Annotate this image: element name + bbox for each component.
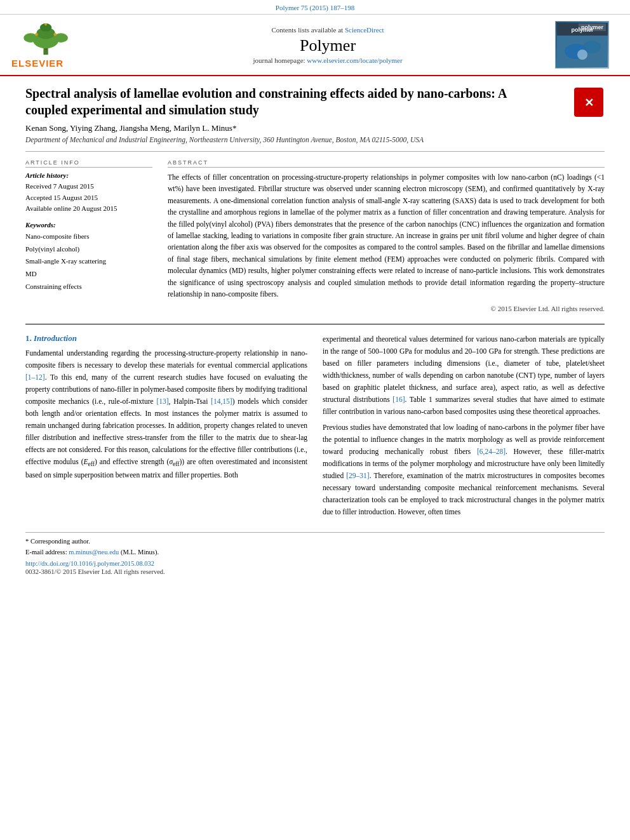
- article-title-section: Spectral analysis of lamellae evolution …: [25, 85, 605, 118]
- elsevier-logo-area: ELSEVIER: [11, 22, 100, 69]
- article-body: Spectral analysis of lamellae evolution …: [0, 76, 630, 588]
- ref-13[interactable]: [13]: [156, 397, 168, 405]
- issn-line: 0032-3861/© 2015 Elsevier Ltd. All right…: [25, 568, 605, 575]
- info-abstract-section: Article Info Article history: Received 7…: [25, 159, 605, 312]
- keywords-label: Keywords:: [25, 221, 152, 229]
- journal-cover-image: polymer polymer: [555, 21, 609, 69]
- abstract-label: Abstract: [168, 159, 605, 168]
- doi-link[interactable]: http://dx.doi.org/10.1016/j.polymer.2015…: [25, 560, 154, 567]
- svg-point-16: [577, 50, 587, 60]
- corresponding-author-note: * Corresponding author.: [25, 537, 605, 547]
- article-info-col: Article Info Article history: Received 7…: [25, 159, 152, 312]
- introduction-right-col: experimental and theoretical values dete…: [323, 333, 605, 522]
- svg-text:✕: ✕: [584, 97, 594, 109]
- ref-14-15[interactable]: [14,15]: [211, 397, 232, 405]
- ref-1-12[interactable]: [1–12]: [25, 373, 45, 381]
- crossmark-icon: ✕: [574, 88, 603, 117]
- sciencedirect-line: Contents lists available at ScienceDirec…: [107, 26, 549, 34]
- copyright-line: © 2015 Elsevier Ltd. All rights reserved…: [168, 305, 605, 312]
- svg-point-7: [35, 32, 38, 36]
- intro-paragraph-3: Previous studies have demonstrated that …: [323, 422, 605, 518]
- keyword-4: MD: [25, 268, 152, 281]
- journal-cover-area: polymer polymer: [555, 21, 619, 69]
- keywords-list: Nano-composite fibers Poly(vinyl alcohol…: [25, 230, 152, 293]
- doi-line: http://dx.doi.org/10.1016/j.polymer.2015…: [25, 560, 605, 567]
- homepage-link[interactable]: www.elsevier.com/locate/polymer: [307, 57, 402, 64]
- keyword-5: Constraining effects: [25, 281, 152, 293]
- svg-point-8: [53, 32, 57, 36]
- article-history-block: Article history: Received 7 August 2015 …: [25, 171, 152, 215]
- journal-header: ELSEVIER Contents lists available at Sci…: [0, 15, 630, 76]
- intro-heading: 1. Introduction: [25, 333, 307, 343]
- introduction-left-col: 1. Introduction Fundamental understandin…: [25, 333, 307, 522]
- divider-1: [25, 151, 605, 152]
- email-label: E-mail address:: [25, 549, 67, 556]
- intro-heading-text: 1. Introduction: [25, 333, 77, 343]
- ref-16[interactable]: [16]: [392, 396, 405, 403]
- affiliation: Department of Mechanical and Industrial …: [25, 136, 605, 143]
- keywords-block: Keywords: Nano-composite fibers Poly(vin…: [25, 221, 152, 293]
- authors: Kenan Song, Yiying Zhang, Jiangsha Meng,…: [25, 123, 605, 133]
- journal-header-center: Contents lists available at ScienceDirec…: [100, 26, 555, 64]
- article-info-label: Article Info: [25, 159, 152, 168]
- available-date: Available online 20 August 2015: [25, 203, 152, 215]
- section-divider: [25, 324, 605, 324]
- journal-title: Polymer: [107, 36, 549, 55]
- keyword-2: Poly(vinyl alcohol): [25, 243, 152, 256]
- intro-paragraph-1: Fundamental understanding regarding the …: [25, 347, 307, 481]
- ref-29-31[interactable]: [29–31]: [346, 472, 369, 479]
- corresponding-label: * Corresponding author.: [25, 538, 90, 545]
- journal-reference: Polymer 75 (2015) 187–198: [276, 4, 354, 11]
- email-note: E-mail address: m.minus@neu.edu (M.L. Mi…: [25, 547, 605, 558]
- abstract-col: Abstract The effects of filler concentra…: [168, 159, 605, 312]
- footnote-area: * Corresponding author. E-mail address: …: [25, 532, 605, 576]
- intro-paragraph-2: experimental and theoretical values dete…: [323, 333, 605, 418]
- keyword-3: Small-angle X-ray scattering: [25, 255, 152, 268]
- elsevier-tree-icon: [11, 22, 81, 57]
- top-bar: Polymer 75 (2015) 187–198: [0, 0, 630, 15]
- abstract-text: The effects of filler concentration on p…: [168, 171, 605, 300]
- received-date: Received 7 August 2015: [25, 181, 152, 192]
- page: Polymer 75 (2015) 187–198: [0, 0, 630, 840]
- elsevier-wordmark: ELSEVIER: [11, 58, 64, 69]
- email-suffix: (M.L. Minus).: [121, 549, 159, 556]
- elsevier-logo: ELSEVIER: [11, 22, 100, 69]
- article-title: Spectral analysis of lamellae evolution …: [25, 85, 546, 118]
- ref-6-28[interactable]: [6,24–28]: [477, 448, 506, 455]
- keyword-1: Nano-composite fibers: [25, 230, 152, 243]
- homepage-line: journal homepage: www.elsevier.com/locat…: [107, 57, 549, 64]
- sciencedirect-link[interactable]: ScienceDirect: [345, 26, 384, 34]
- author-email[interactable]: m.minus@neu.edu: [69, 549, 119, 556]
- history-label: Article history:: [25, 171, 152, 179]
- crossmark-badge[interactable]: ✕: [574, 88, 605, 118]
- introduction-section: 1. Introduction Fundamental understandin…: [25, 333, 605, 522]
- accepted-date: Accepted 15 August 2015: [25, 192, 152, 204]
- svg-point-9: [44, 23, 47, 25]
